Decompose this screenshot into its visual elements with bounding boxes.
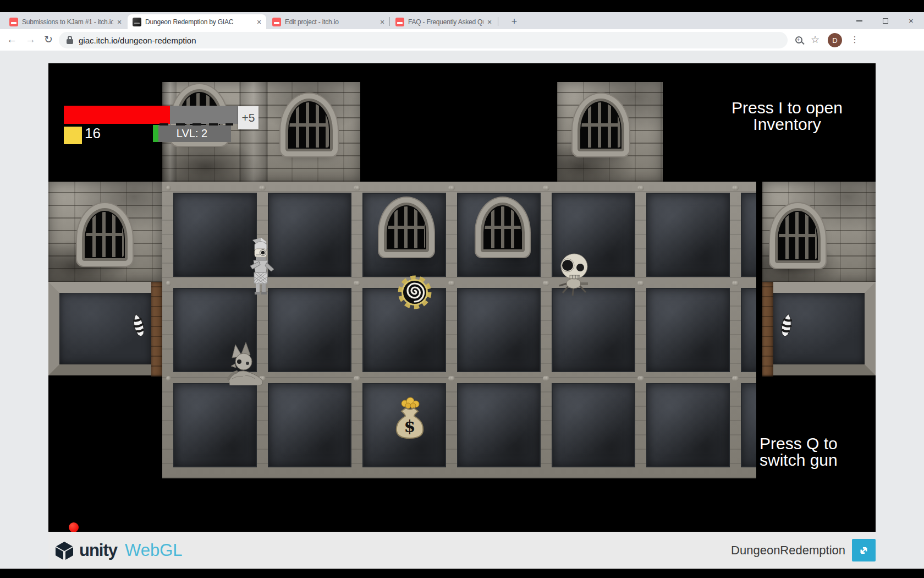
unity-brand: unity WebGL xyxy=(53,540,183,561)
zoom-icon[interactable] xyxy=(795,36,802,43)
spiral-gear-pickup-sprite xyxy=(398,275,432,309)
dungeon-wall-grid xyxy=(162,182,756,478)
wall-panel xyxy=(552,288,635,372)
game-title: DungeonRedemption xyxy=(731,543,845,558)
wall-panel xyxy=(646,383,730,467)
tab-edit-project[interactable]: Edit project - itch.io × xyxy=(267,14,389,29)
wall-panel xyxy=(268,193,351,277)
tab-title: Dungeon Redemption by GIAC xyxy=(145,18,253,26)
unity-cube-icon xyxy=(53,540,76,561)
svg-text:$: $ xyxy=(404,417,416,436)
kebab-menu-icon[interactable]: ⋮ xyxy=(850,34,859,45)
webgl-label: WebGL xyxy=(125,541,183,560)
itch-favicon xyxy=(9,18,18,26)
wall-panel xyxy=(646,288,730,372)
wood-plank-left xyxy=(151,282,162,377)
lock-icon xyxy=(67,39,73,44)
minimize-button[interactable] xyxy=(846,12,872,29)
health-fill xyxy=(64,106,170,124)
wall-panel xyxy=(268,288,351,372)
gun-hint-line1: Press Q to xyxy=(760,435,838,452)
wall-panel xyxy=(741,288,756,372)
unity-game-canvas[interactable]: $ +5 L xyxy=(48,63,876,532)
wall-panel xyxy=(268,383,351,467)
unity-footer: unity WebGL DungeonRedemption xyxy=(48,532,876,569)
tab-title: Submissions to KJam #1 - itch.io xyxy=(22,18,113,26)
wall-panel xyxy=(741,383,756,467)
tab-separator xyxy=(498,17,498,26)
maximize-icon xyxy=(883,18,888,24)
close-icon[interactable]: × xyxy=(257,18,261,26)
game-favicon xyxy=(133,18,141,26)
browser-window: Submissions to KJam #1 - itch.io × Dunge… xyxy=(0,0,924,578)
tab-submissions[interactable]: Submissions to KJam #1 - itch.io × xyxy=(4,14,127,29)
wall-panel xyxy=(741,193,756,277)
close-icon[interactable]: × xyxy=(117,18,122,26)
unity-wordmark: unity xyxy=(79,541,117,560)
tab-separator xyxy=(389,17,390,26)
money-bag-pickup-sprite: $ xyxy=(394,397,426,439)
xp-bar: LVL: 2 xyxy=(153,125,231,142)
itch-game-page: $ +5 L xyxy=(0,51,924,569)
fullscreen-icon xyxy=(855,541,872,560)
tab-faq[interactable]: FAQ - Frequently Asked Question × xyxy=(391,14,497,29)
close-icon: × xyxy=(909,17,914,25)
minimize-icon xyxy=(856,20,862,21)
browser-toolbar: ← → ↻ giac.itch.io/dungeon-redemption ☆ … xyxy=(0,29,924,51)
gun-hint-text: Press Q to switch gun xyxy=(760,435,838,468)
inventory-hint-line1: Press I to open xyxy=(699,100,875,116)
maximize-button[interactable] xyxy=(872,12,898,29)
fullscreen-button[interactable] xyxy=(852,539,876,561)
pickup-popup: +5 xyxy=(238,106,258,129)
tab-strip: Submissions to KJam #1 - itch.io × Dunge… xyxy=(0,12,924,29)
wall-panel xyxy=(646,193,730,277)
skull-spider-enemy-sprite xyxy=(557,252,590,297)
coin-icon xyxy=(64,127,82,144)
forward-icon[interactable]: → xyxy=(25,34,36,46)
tab-dungeon-redemption[interactable]: Dungeon Redemption by GIAC × xyxy=(128,14,266,29)
star-icon[interactable]: ☆ xyxy=(811,34,820,46)
close-icon[interactable]: × xyxy=(380,18,384,26)
gun-hint-line2: switch gun xyxy=(760,452,838,468)
health-bar xyxy=(64,106,238,124)
level-label: LVL: 2 xyxy=(153,125,231,142)
avatar[interactable]: D xyxy=(828,33,842,47)
wall-panel xyxy=(457,383,541,467)
itch-favicon xyxy=(395,18,404,26)
inventory-hint-line2: Inventory xyxy=(699,116,875,133)
tab-title: FAQ - Frequently Asked Question xyxy=(408,18,483,26)
tab-title: Edit project - itch.io xyxy=(285,18,376,26)
new-tab-button[interactable]: + xyxy=(507,14,521,29)
wood-plank-right xyxy=(762,282,773,377)
close-window-button[interactable]: × xyxy=(898,12,924,29)
address-bar[interactable]: giac.itch.io/dungeon-redemption xyxy=(59,32,788,48)
red-dot xyxy=(69,522,79,532)
itch-favicon xyxy=(272,18,281,26)
player-knight-sprite xyxy=(245,237,277,297)
goblin-enemy-sprite xyxy=(219,341,266,385)
inventory-hint-text: Press I to open Inventory xyxy=(699,100,875,133)
reload-icon[interactable]: ↻ xyxy=(44,34,53,46)
wall-panel xyxy=(173,383,257,467)
coin-count: 16 xyxy=(85,125,101,142)
barred-window xyxy=(775,208,821,263)
url-text[interactable]: giac.itch.io/dungeon-redemption xyxy=(79,36,196,45)
wall-panel xyxy=(552,383,635,467)
window-controls: × xyxy=(846,12,924,29)
back-icon[interactable]: ← xyxy=(7,34,17,46)
close-icon[interactable]: × xyxy=(487,18,492,26)
wall-panel xyxy=(457,288,541,372)
